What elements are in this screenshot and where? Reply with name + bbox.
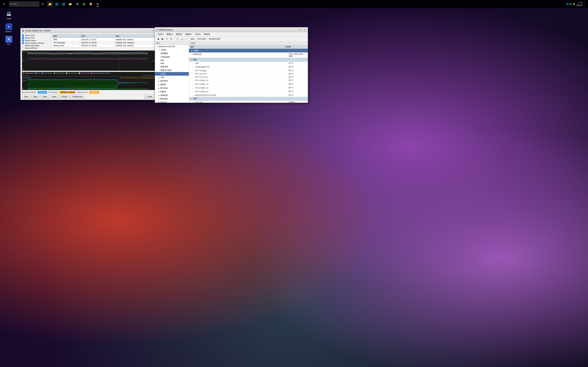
toolbar-chart[interactable]: 📊 <box>180 37 184 41</box>
stress-cpu-checkbox[interactable] <box>22 34 24 36</box>
legend-label-motherboard: Motherboard <box>25 72 34 74</box>
taskbar-app-misc3[interactable]: 📦 <box>88 1 94 7</box>
nav-item-network[interactable]: ▶ 网络设备 <box>155 97 189 100</box>
menu-favorites[interactable]: 收藏(S) <box>184 33 193 36</box>
stress-memory-checkbox[interactable] <box>22 42 24 44</box>
aida-minimize-button[interactable]: ─ <box>294 28 298 32</box>
legend-label-core4: CPU Core #4 <box>80 72 89 74</box>
nav-item-overview[interactable]: 系统概述 <box>155 52 189 55</box>
taskbar-network-icon: 🌐 <box>566 3 569 5</box>
nav-item-storage[interactable]: ▶ 存储设备 <box>155 93 189 97</box>
taskbar-app-files[interactable]: 📂 <box>67 1 73 7</box>
menu-report[interactable]: 报告(R) <box>174 33 184 36</box>
temp-row-mainboard[interactable]: ↔ 主板 61 °C <box>189 61 308 65</box>
expand-icon-mainboard: ▶ <box>158 77 160 78</box>
temp-section-label: 温度 <box>193 58 197 61</box>
taskbar-app-misc2[interactable]: 🐉 <box>81 1 87 7</box>
menu-help[interactable]: 帮助(H) <box>202 33 211 36</box>
temp-row-core3[interactable]: ↔ CPU #1/核心 #3 95 °C <box>189 86 308 90</box>
stress-cache-checkbox[interactable] <box>22 39 24 42</box>
legend-core4: CPU Core #4 <box>78 72 89 74</box>
volt-row-cpu-core[interactable]: ↔ CPU 核心 0.907 V <box>189 100 308 103</box>
computer-label: 此电脑 <box>3 18 14 20</box>
temp-row-core4[interactable]: ↔ CPU #1/核心 #4 86 °C <box>189 90 308 94</box>
stress-fpu-checkbox[interactable] <box>22 37 24 39</box>
stability-maximize-button[interactable]: □ <box>147 29 151 32</box>
stability-close-button[interactable]: ✕ <box>151 29 155 32</box>
menu-file[interactable]: 文件(F) <box>156 33 165 36</box>
taskbar-app-misc1[interactable]: 🖥 <box>74 1 80 7</box>
temp-row-core2[interactable]: ↔ CPU #1/核心 #2 89 °C <box>189 83 308 86</box>
nav-item-ipmi[interactable]: IPMI <box>155 62 189 65</box>
nav-item-dmi[interactable]: DMI <box>155 59 189 62</box>
stability-minimize-button[interactable]: ─ <box>142 29 146 32</box>
aida-restore-button[interactable]: ❐ <box>298 28 302 32</box>
aida-close-button[interactable]: ✕ <box>302 28 306 32</box>
sensor-type-row[interactable]: 传感器类型 CPU, HDD, ACPI, SNB <box>189 52 308 58</box>
clear-button[interactable]: Clear <box>40 95 49 98</box>
stop-button[interactable]: Stop <box>31 95 40 98</box>
temp-core1-key: ↔ CPU #1/核心 #1 <box>189 79 287 82</box>
taskbar-search[interactable]: 🔍 搜索 <box>9 1 39 7</box>
temp-row-cpu[interactable]: ↔ 中央处理器(CPU) 95 °C <box>189 65 308 69</box>
stress-gpu-checkbox[interactable] <box>22 47 24 49</box>
sensor-type-header[interactable]: 🌡 传感器 <box>189 49 308 52</box>
checkbox-stress-gpu[interactable]: Stress GPU(s) <box>22 47 49 49</box>
save-button[interactable]: Save <box>50 95 59 98</box>
taskbar-app-edge[interactable]: 🌐 <box>61 1 67 7</box>
toolbar-refresh[interactable]: ↻ <box>169 37 173 41</box>
toolbar-driver-label[interactable]: 驱动程序更新 <box>208 38 221 40</box>
taskbar-show-desktop[interactable] <box>585 1 586 7</box>
nav-item-root[interactable]: ▼ AIDA64 v6.33.5700 <box>155 45 189 48</box>
nav-item-sensor[interactable]: 传感器 <box>155 72 189 76</box>
temp-row-ssd[interactable]: ↔ KBG40ZNV512G KIOXIA 56 °C <box>189 94 308 97</box>
menu-tools[interactable]: 工具(T) <box>193 33 202 36</box>
nav-item-description[interactable]: 计算机描述 <box>155 55 189 59</box>
nav-item-power[interactable]: 电源管理 <box>155 65 189 68</box>
taskbar-clock[interactable]: 17:37 2021/4/1 <box>576 1 583 7</box>
toolbar-report-label[interactable]: 报告 <box>190 38 195 40</box>
start-button[interactable]: ⊞ <box>0 0 8 8</box>
temp-core2-val: 89 °C <box>287 83 308 86</box>
checkbox-stress-fpu[interactable]: Stress FPU <box>22 37 49 39</box>
menu-view[interactable]: 查看(V) <box>165 33 174 36</box>
nav-item-directx[interactable]: ▶ DirectX <box>155 100 189 103</box>
taskbar-app-cortana[interactable]: 🌐 <box>54 1 60 7</box>
toolbar-report[interactable]: 📋 <box>175 37 179 41</box>
desktop-icon-aida64[interactable]: A aida64ext... <box>3 23 14 33</box>
nav-item-mainboard[interactable]: ▶ 主板 <box>155 76 189 79</box>
nav-item-os[interactable]: ▶ 操作系统 <box>155 79 189 83</box>
nav-item-server[interactable]: ▶ 服务器 <box>155 83 189 86</box>
desktop-icon-computer[interactable]: 💻 此电脑 <box>3 10 14 20</box>
nav-item-portable[interactable]: 便携式计算机 <box>155 68 189 72</box>
temp-row-core1[interactable]: ↔ CPU #1/核心 #1 91 °C <box>189 79 308 83</box>
nav-item-computer[interactable]: ▼ 计算机 <box>155 48 189 52</box>
taskbar-app-explorer[interactable]: 📁 <box>47 1 53 7</box>
stress-disks-checkbox[interactable] <box>22 44 24 47</box>
checkbox-stress-memory[interactable]: Stress system memory <box>22 42 49 44</box>
checkbox-stress-cpu[interactable]: Stress CPU <box>22 34 49 36</box>
task-view-button[interactable]: ⊡ <box>39 1 46 7</box>
temp-row-cpu-package[interactable]: ↔ CPU Package 95 °C <box>189 69 308 72</box>
toolbar-back[interactable]: ◀ <box>156 37 160 41</box>
temp-ssd-icon: ↔ <box>192 94 194 96</box>
taskbar-app-aida[interactable]: 64 <box>95 1 101 7</box>
nav-ipmi-label: IPMI <box>160 62 164 64</box>
toolbar-home[interactable]: ↩ <box>165 37 169 41</box>
cpuid-button[interactable]: CPUID <box>59 95 69 98</box>
temp-cpu-ia-val: 95 °C <box>287 72 308 75</box>
toolbar-graph[interactable]: 📈 <box>184 37 188 41</box>
toolbar-bios-label[interactable]: BIOS更新 <box>197 38 207 40</box>
checkbox-stress-cache[interactable]: Stress cache <box>22 39 49 42</box>
checkbox-stress-disks[interactable]: Stress local disks <box>22 44 49 47</box>
preferences-button[interactable]: Preferences <box>70 95 85 98</box>
row3-item: Stress cache <box>52 44 80 47</box>
nav-item-media[interactable]: ▶ 多媒体 <box>155 90 189 93</box>
toolbar-forward[interactable]: ▶ <box>160 37 164 41</box>
desktop-icon-mui[interactable]: M MUI+ <box>3 36 14 45</box>
nav-item-display[interactable]: ▶ 显示设备 <box>155 86 189 90</box>
start-button[interactable]: Start <box>22 95 30 98</box>
temp-row-cpu-ia[interactable]: ↔ CPU IA Cores 95 °C <box>189 72 308 75</box>
close-button[interactable]: Close <box>144 95 155 98</box>
temp-row-cpu-gt[interactable]: ↔ CPU GT Cores 63 °C <box>189 75 308 79</box>
